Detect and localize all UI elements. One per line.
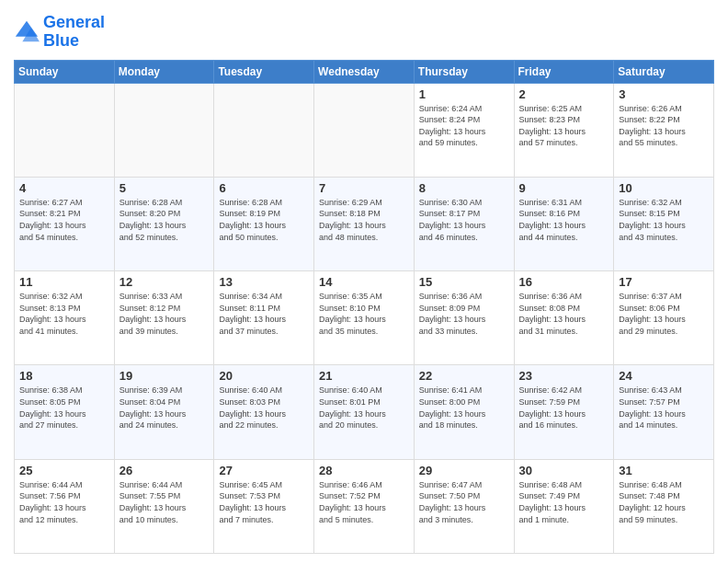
day-number: 22 (419, 369, 509, 383)
empty-cell (314, 83, 415, 177)
day-cell-16: 16Sunrise: 6:36 AM Sunset: 8:08 PM Dayli… (514, 271, 614, 365)
week-row-5: 25Sunrise: 6:44 AM Sunset: 7:56 PM Dayli… (15, 459, 714, 553)
day-info: Sunrise: 6:39 AM Sunset: 8:04 PM Dayligh… (119, 385, 210, 431)
day-number: 3 (619, 87, 709, 101)
day-cell-13: 13Sunrise: 6:34 AM Sunset: 8:11 PM Dayli… (214, 271, 314, 365)
day-cell-31: 31Sunrise: 6:48 AM Sunset: 7:48 PM Dayli… (614, 459, 714, 553)
day-cell-17: 17Sunrise: 6:37 AM Sunset: 8:06 PM Dayli… (614, 271, 714, 365)
logo-icon (14, 19, 40, 45)
day-cell-10: 10Sunrise: 6:32 AM Sunset: 8:15 PM Dayli… (614, 177, 714, 270)
day-number: 12 (119, 275, 210, 289)
day-cell-28: 28Sunrise: 6:46 AM Sunset: 7:52 PM Dayli… (314, 459, 415, 553)
week-row-4: 18Sunrise: 6:38 AM Sunset: 8:05 PM Dayli… (15, 365, 714, 459)
day-info: Sunrise: 6:44 AM Sunset: 7:55 PM Dayligh… (119, 479, 210, 525)
day-number: 2 (519, 87, 609, 101)
day-info: Sunrise: 6:44 AM Sunset: 7:56 PM Dayligh… (19, 479, 109, 525)
day-number: 11 (19, 275, 109, 289)
day-cell-9: 9Sunrise: 6:31 AM Sunset: 8:16 PM Daylig… (514, 177, 614, 270)
weekday-header-sunday: Sunday (15, 60, 115, 83)
day-number: 23 (519, 369, 609, 383)
day-number: 26 (119, 464, 210, 477)
day-info: Sunrise: 6:37 AM Sunset: 8:06 PM Dayligh… (619, 291, 709, 337)
calendar: SundayMondayTuesdayWednesdayThursdayFrid… (14, 60, 714, 554)
day-info: Sunrise: 6:29 AM Sunset: 8:18 PM Dayligh… (319, 197, 409, 243)
day-info: Sunrise: 6:40 AM Sunset: 8:03 PM Dayligh… (219, 385, 309, 431)
day-cell-12: 12Sunrise: 6:33 AM Sunset: 8:12 PM Dayli… (114, 271, 214, 365)
day-number: 5 (119, 181, 210, 195)
day-number: 4 (19, 181, 109, 195)
day-info: Sunrise: 6:30 AM Sunset: 8:17 PM Dayligh… (419, 197, 509, 243)
day-info: Sunrise: 6:45 AM Sunset: 7:53 PM Dayligh… (219, 479, 309, 525)
day-number: 8 (419, 181, 509, 195)
day-cell-26: 26Sunrise: 6:44 AM Sunset: 7:55 PM Dayli… (114, 459, 214, 553)
day-info: Sunrise: 6:26 AM Sunset: 8:22 PM Dayligh… (619, 103, 709, 149)
day-number: 29 (419, 464, 509, 477)
week-row-1: 1Sunrise: 6:24 AM Sunset: 8:24 PM Daylig… (15, 83, 714, 177)
day-number: 13 (219, 275, 309, 289)
day-number: 21 (319, 369, 409, 383)
calendar-table: SundayMondayTuesdayWednesdayThursdayFrid… (14, 60, 714, 554)
empty-cell (15, 83, 115, 177)
day-number: 14 (319, 275, 409, 289)
weekday-header-tuesday: Tuesday (214, 60, 314, 83)
day-info: Sunrise: 6:34 AM Sunset: 8:11 PM Dayligh… (219, 291, 309, 337)
week-row-3: 11Sunrise: 6:32 AM Sunset: 8:13 PM Dayli… (15, 271, 714, 365)
day-number: 28 (319, 464, 409, 477)
day-info: Sunrise: 6:48 AM Sunset: 7:48 PM Dayligh… (619, 479, 709, 525)
day-info: Sunrise: 6:40 AM Sunset: 8:01 PM Dayligh… (319, 385, 409, 431)
weekday-header-saturday: Saturday (614, 60, 714, 83)
day-cell-5: 5Sunrise: 6:28 AM Sunset: 8:20 PM Daylig… (114, 177, 214, 270)
day-number: 17 (619, 275, 709, 289)
day-info: Sunrise: 6:47 AM Sunset: 7:50 PM Dayligh… (419, 479, 509, 525)
day-cell-24: 24Sunrise: 6:43 AM Sunset: 7:57 PM Dayli… (614, 365, 714, 459)
day-cell-25: 25Sunrise: 6:44 AM Sunset: 7:56 PM Dayli… (15, 459, 115, 553)
day-cell-1: 1Sunrise: 6:24 AM Sunset: 8:24 PM Daylig… (414, 83, 514, 177)
day-info: Sunrise: 6:32 AM Sunset: 8:13 PM Dayligh… (19, 291, 109, 337)
empty-cell (214, 83, 314, 177)
day-number: 6 (219, 181, 309, 195)
day-info: Sunrise: 6:31 AM Sunset: 8:16 PM Dayligh… (519, 197, 609, 243)
day-cell-18: 18Sunrise: 6:38 AM Sunset: 8:05 PM Dayli… (15, 365, 115, 459)
day-number: 9 (519, 181, 609, 195)
week-row-2: 4Sunrise: 6:27 AM Sunset: 8:21 PM Daylig… (15, 177, 714, 270)
day-cell-6: 6Sunrise: 6:28 AM Sunset: 8:19 PM Daylig… (214, 177, 314, 270)
day-cell-15: 15Sunrise: 6:36 AM Sunset: 8:09 PM Dayli… (414, 271, 514, 365)
day-info: Sunrise: 6:43 AM Sunset: 7:57 PM Dayligh… (619, 385, 709, 431)
weekday-header-friday: Friday (514, 60, 614, 83)
weekday-header-thursday: Thursday (414, 60, 514, 83)
day-number: 7 (319, 181, 409, 195)
day-number: 18 (19, 369, 109, 383)
day-cell-11: 11Sunrise: 6:32 AM Sunset: 8:13 PM Dayli… (15, 271, 115, 365)
day-info: Sunrise: 6:41 AM Sunset: 8:00 PM Dayligh… (419, 385, 509, 431)
day-number: 19 (119, 369, 210, 383)
day-cell-7: 7Sunrise: 6:29 AM Sunset: 8:18 PM Daylig… (314, 177, 415, 270)
page: General Blue SundayMondayTuesdayWednesda… (0, 0, 728, 563)
day-number: 15 (419, 275, 509, 289)
day-number: 20 (219, 369, 309, 383)
day-cell-20: 20Sunrise: 6:40 AM Sunset: 8:03 PM Dayli… (214, 365, 314, 459)
day-number: 24 (619, 369, 709, 383)
day-number: 25 (19, 464, 109, 477)
day-number: 31 (619, 464, 709, 477)
day-cell-14: 14Sunrise: 6:35 AM Sunset: 8:10 PM Dayli… (314, 271, 415, 365)
day-info: Sunrise: 6:35 AM Sunset: 8:10 PM Dayligh… (319, 291, 409, 337)
weekday-header-wednesday: Wednesday (314, 60, 415, 83)
day-cell-21: 21Sunrise: 6:40 AM Sunset: 8:01 PM Dayli… (314, 365, 415, 459)
day-number: 27 (219, 464, 309, 477)
day-info: Sunrise: 6:32 AM Sunset: 8:15 PM Dayligh… (619, 197, 709, 243)
day-info: Sunrise: 6:42 AM Sunset: 7:59 PM Dayligh… (519, 385, 609, 431)
weekday-header-row: SundayMondayTuesdayWednesdayThursdayFrid… (15, 60, 714, 83)
day-cell-8: 8Sunrise: 6:30 AM Sunset: 8:17 PM Daylig… (414, 177, 514, 270)
day-info: Sunrise: 6:36 AM Sunset: 8:09 PM Dayligh… (419, 291, 509, 337)
day-info: Sunrise: 6:27 AM Sunset: 8:21 PM Dayligh… (19, 197, 109, 243)
day-cell-3: 3Sunrise: 6:26 AM Sunset: 8:22 PM Daylig… (614, 83, 714, 177)
day-info: Sunrise: 6:36 AM Sunset: 8:08 PM Dayligh… (519, 291, 609, 337)
day-cell-22: 22Sunrise: 6:41 AM Sunset: 8:00 PM Dayli… (414, 365, 514, 459)
day-cell-30: 30Sunrise: 6:48 AM Sunset: 7:49 PM Dayli… (514, 459, 614, 553)
day-number: 1 (419, 87, 509, 101)
weekday-header-monday: Monday (114, 60, 214, 83)
logo: General Blue (14, 14, 105, 51)
day-info: Sunrise: 6:46 AM Sunset: 7:52 PM Dayligh… (319, 479, 409, 525)
day-info: Sunrise: 6:28 AM Sunset: 8:19 PM Dayligh… (219, 197, 309, 243)
day-cell-4: 4Sunrise: 6:27 AM Sunset: 8:21 PM Daylig… (15, 177, 115, 270)
